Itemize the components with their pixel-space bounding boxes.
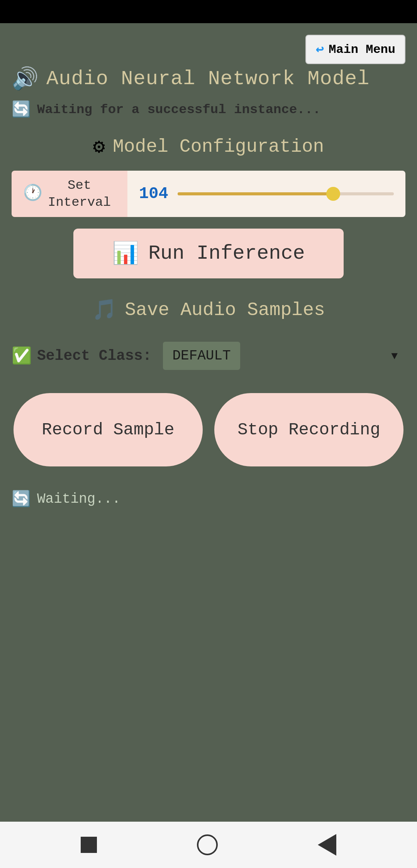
- set-interval-label: SetInterval: [48, 177, 111, 211]
- model-config-row: ⚙️ Model Configuration: [12, 134, 405, 159]
- interval-row: 🕐 SetInterval 104: [12, 171, 405, 217]
- slider-track[interactable]: [178, 192, 394, 195]
- run-inference-label: Run Inference: [148, 242, 305, 265]
- bottom-refresh-icon: 🔄: [12, 490, 31, 509]
- nav-back-button[interactable]: [318, 834, 336, 856]
- slider-container: 104: [127, 171, 405, 217]
- nav-back-icon: [318, 834, 336, 856]
- main-menu-label: Main Menu: [329, 42, 395, 57]
- waiting-instance-row: 🔄 Waiting for a successful instance...: [12, 100, 405, 119]
- nav-stop-button[interactable]: [81, 837, 97, 853]
- nav-stop-icon: [81, 837, 97, 853]
- main-menu-icon: ↩: [315, 41, 324, 58]
- spacer: [12, 520, 405, 822]
- app-title-row: 🔊 Audio Neural Network Model: [12, 66, 405, 92]
- main-content: ↩ Main Menu 🔊 Audio Neural Network Model…: [0, 23, 417, 822]
- bottom-waiting-row: 🔄 Waiting...: [12, 490, 405, 509]
- chart-icon: 📊: [112, 240, 139, 267]
- main-menu-button[interactable]: ↩ Main Menu: [305, 35, 405, 64]
- record-sample-button[interactable]: Record Sample: [14, 393, 203, 466]
- gear-icon: ⚙️: [93, 134, 105, 159]
- nav-bar: [0, 822, 417, 868]
- select-class-row: ✅ Select Class: DEFAULT CLASS_1 CLASS_2 …: [12, 342, 405, 370]
- set-interval-button[interactable]: 🕐 SetInterval: [12, 171, 127, 217]
- class-dropdown[interactable]: DEFAULT CLASS_1 CLASS_2 CLASS_3: [163, 342, 240, 370]
- clock-icon: 🕐: [23, 184, 42, 204]
- nav-home-icon: [197, 834, 218, 855]
- bottom-waiting-text: Waiting...: [37, 491, 120, 507]
- slider-value: 104: [139, 185, 170, 203]
- nav-home-button[interactable]: [197, 834, 218, 855]
- music-icon: 🎵: [92, 298, 117, 322]
- app-title: Audio Neural Network Model: [46, 68, 370, 90]
- record-buttons-row: Record Sample Stop Recording: [12, 393, 405, 466]
- checkbox-icon: ✅: [12, 346, 32, 366]
- save-audio-text: Save Audio Samples: [125, 300, 325, 320]
- stop-recording-label: Stop Recording: [237, 420, 380, 439]
- record-sample-label: Record Sample: [42, 420, 174, 439]
- dropdown-arrow-icon: ▼: [391, 350, 398, 362]
- save-audio-row: 🎵 Save Audio Samples: [12, 298, 405, 322]
- select-class-label-group: ✅ Select Class:: [12, 346, 151, 366]
- stop-recording-button[interactable]: Stop Recording: [214, 393, 403, 466]
- select-class-label: Select Class:: [37, 348, 151, 364]
- speaker-icon: 🔊: [12, 66, 39, 92]
- refresh-icon: 🔄: [12, 100, 31, 119]
- model-config-title: Model Configuration: [113, 136, 324, 157]
- waiting-instance-text: Waiting for a successful instance...: [37, 102, 321, 117]
- class-dropdown-wrapper: DEFAULT CLASS_1 CLASS_2 CLASS_3 ▼: [163, 342, 405, 370]
- status-bar: [0, 0, 417, 23]
- run-inference-button[interactable]: 📊 Run Inference: [73, 229, 344, 278]
